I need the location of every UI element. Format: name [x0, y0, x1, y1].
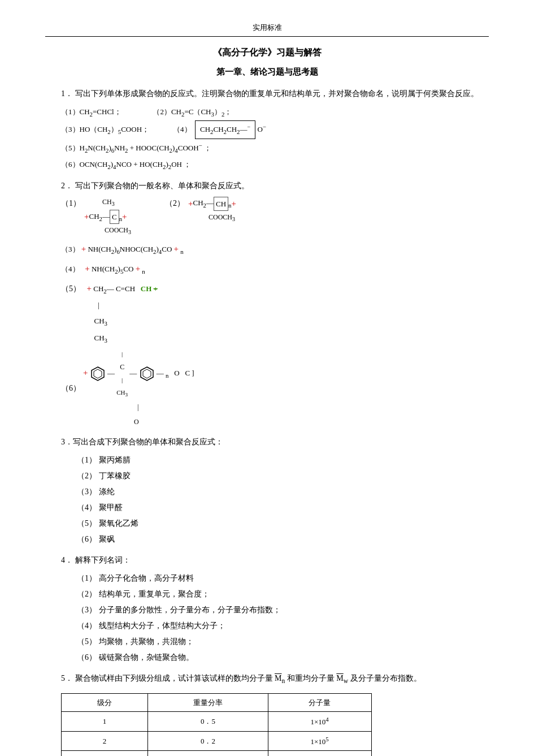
question-3: 3．写出合成下列聚合物的单体和聚合反应式： （1） 聚丙烯腈 （2） 丁苯橡胶 …: [45, 435, 489, 547]
page: 实用标准 《高分子化学》习题与解答 第一章、绪论习题与思考题 1． 写出下列单体…: [0, 0, 534, 756]
table-cell-grade-3: 3: [62, 751, 148, 756]
q4-item-3: （3） 分子量的多分散性，分子量分布，分子量分布指数；: [77, 602, 489, 618]
q2-item6: （6） + — | C | CH3 — — n: [61, 348, 489, 430]
table-cell-weight-1: 0．5: [148, 711, 268, 731]
svg-marker-3: [143, 369, 151, 378]
question-1: 1． 写出下列单体形成聚合物的反应式。注明聚合物的重复单元和结构单元，并对聚合物…: [45, 87, 489, 173]
table-cell-mw-3: 5×105: [268, 751, 371, 756]
table-cell-mw-2: 1×105: [268, 731, 371, 751]
q3-item-5: （5） 聚氧化乙烯: [77, 516, 489, 532]
question-5: 5． 聚合物试样由下列级分组成，试计算该试样的数均分子量 Mn 和重均分子量 M…: [45, 671, 489, 756]
q2-item5: （5） + CH2— C=CH CH + | CH3 CH3: [61, 280, 489, 347]
q1-item1b-text: （2）CH2=C（CH3）2；: [153, 107, 232, 116]
header-bar: 实用标准: [45, 23, 489, 37]
table-header-grade: 级分: [62, 693, 148, 711]
chapter-title: 第一章、绪论习题与思考题: [45, 67, 489, 77]
q5-table: 级分 重量分率 分子量 1 0．5 1×104 2 0．2 1×105 3: [61, 693, 372, 756]
q4-item-1: （1） 高分子化合物，高分子材料: [77, 571, 489, 586]
q1-item3: （5）H2N(CH2)6NH2 + HOOC(CH2)4COOH− ；: [61, 139, 489, 157]
q4-item-2: （2） 结构单元，重复单元，聚合度；: [77, 586, 489, 602]
q1-item2: （3）HO（CH2）5COOH； （4） CH2CH2CH2—− O−: [61, 120, 489, 140]
q3-item-3: （3） 涤纶: [77, 484, 489, 500]
q1-item1-text: （1）CH2=CHCl；: [61, 107, 123, 116]
q1-intro: 1． 写出下列单体形成聚合物的反应式。注明聚合物的重复单元和结构单元，并对聚合物…: [45, 87, 489, 102]
q3-items: （1） 聚丙烯腈 （2） 丁苯橡胶 （3） 涤纶 （4） 聚甲醛 （5） 聚氧化…: [77, 452, 489, 547]
svg-marker-1: [94, 369, 102, 378]
table-row: 3 0．2 5×105: [62, 751, 372, 756]
main-title: 《高分子化学》习题与解答: [45, 47, 489, 59]
q4-item-4: （4） 线型结构大分子，体型结构大分子；: [77, 618, 489, 634]
q3-item-2: （2） 丁苯橡胶: [77, 468, 489, 484]
q4-item-5: （5） 均聚物，共聚物，共混物；: [77, 634, 489, 650]
table-header-mw: 分子量: [268, 693, 371, 711]
q3-item-4: （4） 聚甲醛: [77, 500, 489, 516]
q1-item2b: （4） CH2CH2CH2—− O−: [173, 125, 266, 133]
benzene-ring-1-icon: [90, 366, 106, 382]
header-label: 实用标准: [253, 23, 282, 32]
q1-item1: （1）CH2=CHCl； （2）CH2=C（CH3）2；: [61, 104, 489, 120]
q2-item4: （4） + NH(CH2)5CO + n: [61, 260, 489, 278]
q3-item-6: （6） 聚砜: [77, 532, 489, 547]
table-row: 1 0．5 1×104: [62, 711, 372, 731]
q4-item-6: （6） 碳链聚合物，杂链聚合物。: [77, 650, 489, 666]
q2-item3: （3） + NH(CH2)6NHOC(CH2)4CO + n: [61, 240, 489, 258]
q3-item-1: （1） 聚丙烯腈: [77, 452, 489, 468]
q2-item1: （1） CH3 + CH2— C n + COOCH3: [61, 196, 131, 238]
q2-item2: （2） + CH2— CH n + COOCH3: [165, 196, 236, 224]
table-cell-weight-3: 0．2: [148, 751, 268, 756]
table-cell-grade-1: 1: [62, 711, 148, 731]
table-cell-mw-1: 1×104: [268, 711, 371, 731]
table-cell-grade-2: 2: [62, 731, 148, 751]
q4-intro: 4． 解释下列名词：: [45, 553, 489, 568]
question-2: 2． 写出下列聚合物的一般名称、单体和聚合反应式。 （1） CH3 + CH2—…: [45, 179, 489, 429]
q3-intro: 3．写出合成下列聚合物的单体和聚合反应式：: [45, 435, 489, 450]
table-header-weight: 重量分率: [148, 693, 268, 711]
table-row: 2 0．2 1×105: [62, 731, 372, 751]
question-4: 4． 解释下列名词： （1） 高分子化合物，高分子材料 （2） 结构单元，重复单…: [45, 553, 489, 666]
benzene-ring-2-icon: [139, 366, 155, 382]
q2-intro: 2． 写出下列聚合物的一般名称、单体和聚合反应式。: [45, 179, 489, 194]
table-cell-weight-2: 0．2: [148, 731, 268, 751]
q1-item4: （6）OCN(CH2)4NCO + HO(CH2)2OH ；: [61, 157, 489, 173]
q4-items: （1） 高分子化合物，高分子材料 （2） 结构单元，重复单元，聚合度； （3） …: [77, 571, 489, 666]
q5-intro: 5． 聚合物试样由下列级分组成，试计算该试样的数均分子量 Mn 和重均分子量 M…: [45, 671, 489, 688]
